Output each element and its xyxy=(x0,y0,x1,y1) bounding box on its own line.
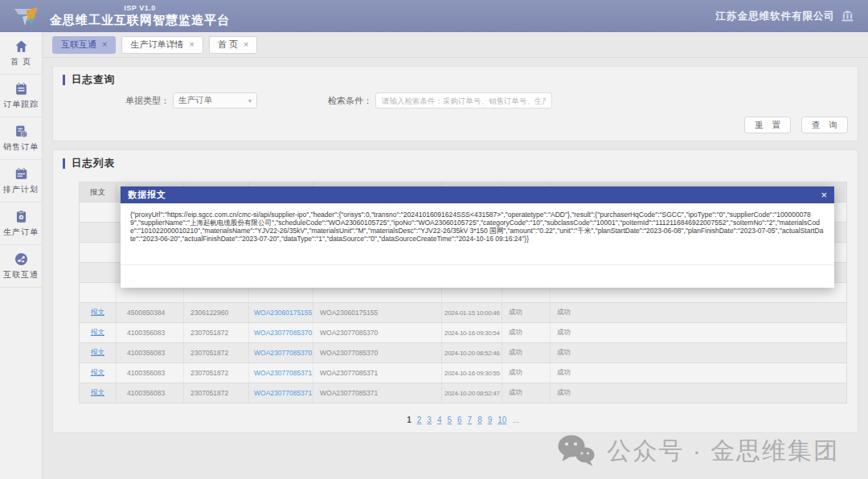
app-title-block: ISP V1.0 金思维工业互联网智慧监造平台 xyxy=(50,4,230,28)
page-ellipsis[interactable]: ... xyxy=(512,416,518,424)
app-window: ISP V1.0 金思维工业互联网智慧监造平台 江苏金思维软件有限公司 首 页 xyxy=(0,0,868,479)
query-buttons: 重 置 查 询 xyxy=(63,117,848,133)
reset-button[interactable]: 重 置 xyxy=(744,117,791,133)
return-result: 成功 xyxy=(502,323,551,342)
sidebar-nav: 首 页 订单跟踪 订 销售订单 xyxy=(0,32,43,479)
tab-close-icon[interactable]: × xyxy=(244,40,248,49)
production-plan-icon xyxy=(14,166,29,182)
sales-order-icon: 订 xyxy=(14,124,29,139)
sales-order-no: 2307051872 xyxy=(184,383,249,403)
top-header-bar: ISP V1.0 金思维工业互联网智慧监造平台 江苏金思维软件有限公司 xyxy=(0,0,868,32)
message-link[interactable]: 报文 xyxy=(91,308,104,317)
search-condition-label: 检索条件： xyxy=(328,95,372,107)
order-tracking-icon xyxy=(14,81,29,96)
log-query-panel: 日志查询 单据类型： 生产订单 ▾ 检索条件： 重 置 查 询 xyxy=(52,66,858,141)
page-number[interactable]: 3 xyxy=(427,416,432,424)
sidebar-item-production-order[interactable]: 生产订单 xyxy=(0,203,42,245)
sales-order-no: 2307051872 xyxy=(184,343,249,362)
sidebar-item-home[interactable]: 首 页 xyxy=(0,32,42,75)
production-order-link[interactable]: WOA23077085371 xyxy=(254,389,312,397)
modal-footer xyxy=(121,264,834,288)
data-message-modal: 数据报文 × {"proxyUrl":"https://eip.sgcc.com… xyxy=(121,186,834,288)
log-query-title: 日志查询 xyxy=(63,73,848,87)
sales-order-no: 2307051872 xyxy=(184,323,249,342)
home-icon xyxy=(14,39,29,54)
interaction-time: 2024-10-16 09:30:55 xyxy=(442,363,502,383)
error-info: 成功 xyxy=(551,323,846,342)
message-link[interactable]: 报文 xyxy=(91,388,104,398)
version-label: ISP V1.0 xyxy=(50,4,230,12)
production-order-link[interactable]: WOA23060175155 xyxy=(254,309,312,317)
return-result: 成功 xyxy=(502,343,551,362)
page-number[interactable]: 7 xyxy=(468,416,473,424)
page-number[interactable]: 8 xyxy=(477,416,482,424)
interaction-time: 2024-01-15 10:00:46 xyxy=(442,303,502,322)
production-order-link[interactable]: WOA23077085371 xyxy=(254,369,312,377)
interconnect-icon xyxy=(14,252,29,267)
error-info: 成功 xyxy=(551,363,846,383)
query-form-row: 单据类型： 生产订单 ▾ 检索条件： xyxy=(63,92,848,108)
production-order-link[interactable]: WOA23077085370 xyxy=(254,349,312,357)
production-order-link[interactable]: WOA23077085370 xyxy=(254,329,312,337)
watermark-text: 公众号 · 金思维集团 xyxy=(607,435,839,468)
modal-title: 数据报文 xyxy=(128,189,166,201)
sidebar-item-production-plan[interactable]: 排产计划 xyxy=(0,160,42,203)
doc-type-label: 单据类型： xyxy=(125,95,170,107)
section-accent-bar xyxy=(63,75,65,85)
wechat-icon xyxy=(556,434,596,468)
table-row: 报文 4100356083 2307051872 WOA23077085370 … xyxy=(80,343,846,363)
purchase-order-no: 4100356083 xyxy=(117,323,184,342)
interaction-time: 2024-10-20 08:52:46 xyxy=(442,343,502,362)
sales-order-no: 2307051872 xyxy=(184,363,249,383)
return-result: 成功 xyxy=(502,383,551,403)
brand-logo-icon xyxy=(13,3,45,29)
tab-close-icon[interactable]: × xyxy=(102,40,107,49)
error-info: 成功 xyxy=(551,343,846,362)
purchase-order-no: 4100356083 xyxy=(117,343,184,362)
close-icon[interactable]: × xyxy=(821,190,827,200)
table-row: 报文 4100356083 2307051872 WOA23077085370 … xyxy=(80,323,846,343)
tab-home[interactable]: 首 页 × xyxy=(209,36,258,54)
building-icon xyxy=(841,10,854,22)
sidebar-item-sales-order[interactable]: 订 销售订单 xyxy=(0,117,42,160)
section-accent-bar xyxy=(63,158,65,169)
pagination: 1 2 3 4 5 6 7 8 9 10 ... xyxy=(79,416,847,424)
table-row: 报文 4100356083 2307051872 WOA23077085371 … xyxy=(80,363,846,383)
error-info: 成功 xyxy=(551,303,846,322)
search-button[interactable]: 查 询 xyxy=(801,117,848,133)
page-number[interactable]: 9 xyxy=(488,416,493,424)
page-number[interactable]: 4 xyxy=(437,416,442,424)
sales-order-no: 2306122960 xyxy=(184,303,249,322)
business-key-info: WOA23060175155 xyxy=(313,303,442,322)
company-block: 江苏金思维软件有限公司 xyxy=(716,10,854,23)
message-link[interactable]: 报文 xyxy=(91,328,104,338)
doc-type-select[interactable]: 生产订单 ▾ xyxy=(173,92,257,108)
business-key-info: WOA23077085371 xyxy=(313,383,442,403)
sidebar-item-order-tracking[interactable]: 订单跟踪 xyxy=(0,75,42,117)
return-result: 成功 xyxy=(502,363,551,383)
sidebar-item-interconnect[interactable]: 互联互通 xyxy=(0,245,42,288)
page-number[interactable]: 5 xyxy=(447,416,452,424)
page-number[interactable]: 6 xyxy=(457,416,462,424)
tab-bar: 互联互通 × 生产订单详情 × 首 页 × xyxy=(43,32,868,58)
chevron-down-icon: ▾ xyxy=(248,97,252,104)
page-number-current[interactable]: 1 xyxy=(407,416,411,424)
page-title: 金思维工业互联网智慧监造平台 xyxy=(50,13,230,28)
message-link[interactable]: 报文 xyxy=(91,348,104,358)
interaction-time: 2024-10-20 08:52:47 xyxy=(442,383,502,403)
search-input[interactable] xyxy=(375,92,552,108)
svg-text:订: 订 xyxy=(22,132,27,137)
tab-close-icon[interactable]: × xyxy=(189,40,194,49)
tab-interconnect[interactable]: 互联互通 × xyxy=(52,36,116,54)
business-key-info: WOA23077085371 xyxy=(313,363,442,383)
purchase-order-no: 4100356083 xyxy=(117,383,184,403)
tab-production-order-detail[interactable]: 生产订单详情 × xyxy=(121,36,203,54)
return-result: 成功 xyxy=(502,303,551,322)
message-link[interactable]: 报文 xyxy=(91,368,104,378)
page-number[interactable]: 10 xyxy=(497,416,506,424)
interaction-time: 2024-10-16 09:30:54 xyxy=(442,323,502,342)
error-info: 成功 xyxy=(551,383,846,403)
page-number[interactable]: 2 xyxy=(417,416,422,424)
business-key-info: WOA23077085370 xyxy=(313,323,442,342)
production-order-icon xyxy=(14,209,29,224)
